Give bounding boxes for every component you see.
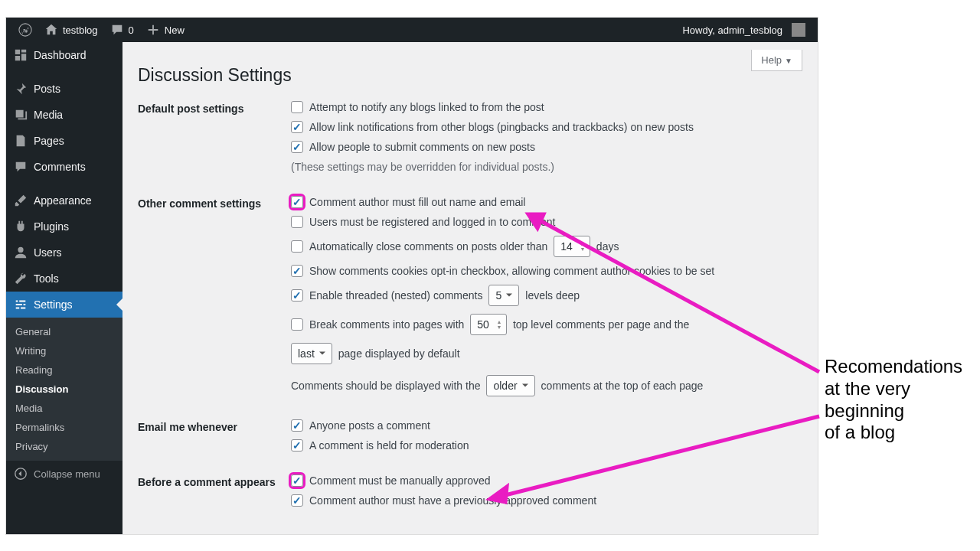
opt-label: Enable threaded (nested) comments bbox=[309, 289, 482, 302]
opt-label: Comments should be displayed with the bbox=[291, 380, 480, 392]
opt-label: Comment must be manually approved bbox=[309, 474, 491, 487]
wordpress-icon bbox=[18, 23, 32, 37]
opt-allow-comments: Allow people to submit comments on new p… bbox=[291, 141, 802, 153]
checkbox[interactable] bbox=[291, 141, 303, 153]
svg-marker-4 bbox=[528, 214, 544, 228]
admin-bar: testblog 0 New Howdy, admin_tesblog bbox=[6, 18, 818, 42]
checkbox[interactable] bbox=[291, 289, 303, 302]
sidebar-item-label: Dashboard bbox=[34, 49, 87, 61]
comment-icon bbox=[110, 23, 124, 37]
comments-link[interactable]: 0 bbox=[104, 23, 140, 37]
comment-count: 0 bbox=[129, 24, 134, 36]
new-label: New bbox=[165, 24, 185, 36]
chevron-down-icon: ▼ bbox=[785, 57, 792, 65]
collapse-icon bbox=[14, 467, 28, 481]
account-link[interactable]: Howdy, admin_tesblog bbox=[676, 23, 812, 37]
checkbox[interactable] bbox=[291, 494, 303, 507]
annot-line: beginning bbox=[825, 400, 962, 422]
svg-point-1 bbox=[18, 247, 23, 253]
pin-icon bbox=[14, 82, 28, 96]
comment-icon bbox=[14, 160, 28, 174]
media-icon bbox=[14, 108, 28, 122]
checkbox[interactable] bbox=[291, 196, 303, 208]
sidebar-item-label: Posts bbox=[34, 83, 60, 95]
sidebar-item-label: Appearance bbox=[34, 194, 92, 207]
sub-media[interactable]: Media bbox=[6, 399, 122, 418]
sidebar-item-settings[interactable]: Settings bbox=[6, 292, 122, 318]
sidebar-item-plugins[interactable]: Plugins bbox=[6, 214, 122, 240]
default-page-select[interactable]: last bbox=[291, 343, 332, 364]
sidebar-item-dashboard[interactable]: Dashboard bbox=[6, 42, 122, 68]
annot-line: of a blog bbox=[825, 422, 962, 444]
sub-permalinks[interactable]: Permalinks bbox=[6, 418, 122, 437]
sidebar-item-appearance[interactable]: Appearance bbox=[6, 187, 122, 214]
opt-notify-blogs: Attempt to notify any blogs linked to fr… bbox=[291, 101, 802, 113]
wp-logo[interactable] bbox=[12, 23, 38, 37]
checkbox[interactable] bbox=[291, 474, 303, 487]
help-label: Help bbox=[761, 54, 782, 66]
svg-line-3 bbox=[528, 214, 819, 372]
sub-discussion[interactable]: Discussion bbox=[6, 380, 122, 399]
annotation-arrow-2 bbox=[475, 413, 827, 513]
checkbox[interactable] bbox=[291, 318, 303, 331]
collapse-label: Collapse menu bbox=[34, 468, 100, 480]
opt-label: Anyone posts a comment bbox=[309, 419, 430, 432]
sidebar-item-label: Users bbox=[34, 246, 62, 259]
checkbox[interactable] bbox=[291, 240, 303, 253]
admin-sidebar: Dashboard Posts Media Pages Comments App… bbox=[6, 42, 122, 534]
site-name: testblog bbox=[63, 24, 98, 36]
sidebar-item-posts[interactable]: Posts bbox=[6, 76, 122, 102]
home-icon bbox=[44, 23, 58, 37]
dashboard-icon bbox=[14, 48, 28, 62]
avatar bbox=[792, 23, 805, 37]
annot-line: at the very bbox=[825, 378, 962, 400]
sub-reading[interactable]: Reading bbox=[6, 360, 122, 380]
plug-icon bbox=[14, 220, 28, 233]
opt-label: A comment is held for moderation bbox=[309, 439, 469, 452]
greeting: Howdy, admin_tesblog bbox=[682, 24, 782, 36]
opt-label: Break comments into pages with bbox=[309, 318, 464, 331]
sidebar-item-label: Settings bbox=[34, 298, 73, 311]
new-link[interactable]: New bbox=[140, 23, 191, 37]
svg-marker-6 bbox=[490, 487, 507, 502]
site-link[interactable]: testblog bbox=[38, 23, 104, 37]
section-note: (These settings may be overridden for in… bbox=[291, 161, 802, 173]
section-heading: Other comment settings bbox=[138, 196, 291, 210]
checkbox[interactable] bbox=[291, 419, 303, 432]
checkbox[interactable] bbox=[291, 121, 303, 133]
section-heading: Before a comment appears bbox=[138, 474, 291, 488]
sub-privacy[interactable]: Privacy bbox=[6, 437, 122, 456]
sidebar-item-users[interactable]: Users bbox=[6, 240, 122, 266]
page-title: Discussion Settings bbox=[138, 65, 802, 86]
annotation-text: Recomendations at the very beginning of … bbox=[825, 356, 962, 444]
sidebar-item-comments[interactable]: Comments bbox=[6, 154, 122, 180]
sidebar-item-tools[interactable]: Tools bbox=[6, 266, 122, 292]
section-heading: Default post settings bbox=[138, 101, 291, 115]
checkbox[interactable] bbox=[291, 216, 303, 228]
opt-label: Allow people to submit comments on new p… bbox=[309, 141, 535, 153]
checkbox[interactable] bbox=[291, 439, 303, 452]
settings-submenu: General Writing Reading Discussion Media… bbox=[6, 318, 122, 461]
sub-general[interactable]: General bbox=[6, 322, 122, 341]
plus-icon bbox=[146, 23, 160, 37]
opt-label: Allow link notifications from other blog… bbox=[309, 121, 694, 133]
sidebar-item-label: Plugins bbox=[34, 220, 69, 233]
sidebar-item-media[interactable]: Media bbox=[6, 102, 122, 128]
opt-label: Attempt to notify any blogs linked to fr… bbox=[309, 101, 544, 113]
opt-label: page displayed by default bbox=[338, 347, 460, 360]
brush-icon bbox=[14, 194, 28, 207]
section-default-post: Default post settings Attempt to notify … bbox=[138, 101, 802, 181]
sub-writing[interactable]: Writing bbox=[6, 341, 122, 360]
checkbox[interactable] bbox=[291, 265, 303, 277]
sidebar-item-pages[interactable]: Pages bbox=[6, 128, 122, 154]
checkbox[interactable] bbox=[291, 101, 303, 113]
section-heading: Email me whenever bbox=[138, 419, 291, 433]
help-button[interactable]: Help▼ bbox=[751, 50, 802, 71]
annotation-arrow-1 bbox=[475, 199, 827, 398]
sidebar-item-label: Tools bbox=[34, 272, 59, 285]
sidebar-item-label: Pages bbox=[34, 135, 64, 147]
collapse-menu[interactable]: Collapse menu bbox=[6, 461, 122, 487]
wrench-icon bbox=[14, 272, 28, 285]
annot-line: Recomendations bbox=[825, 356, 962, 378]
user-icon bbox=[14, 246, 28, 259]
